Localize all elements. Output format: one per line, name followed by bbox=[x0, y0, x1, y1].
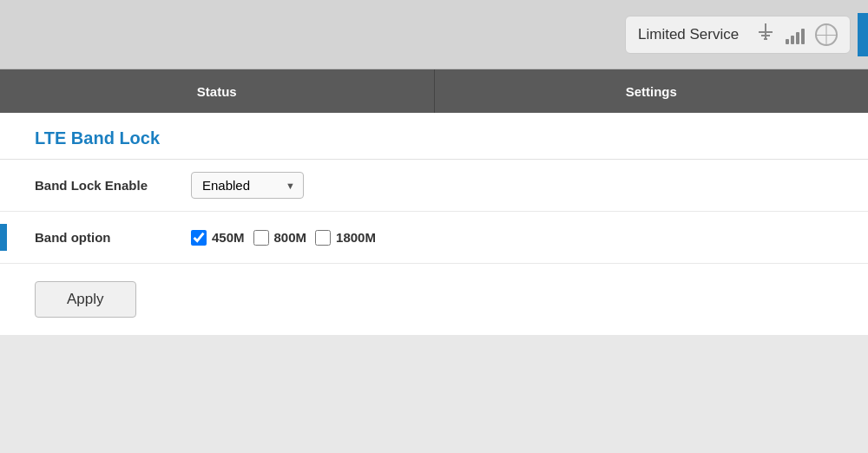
blue-left-bar bbox=[0, 224, 7, 251]
globe-icon bbox=[815, 23, 838, 46]
label-1800m: 1800M bbox=[336, 230, 376, 245]
checkbox-450m-item: 450M bbox=[191, 230, 245, 246]
band-lock-row: Band Lock Enable Enabled Disabled bbox=[0, 160, 868, 212]
top-bar-right: Limited Service bbox=[0, 13, 868, 56]
band-option-row: Band option 450M 800M 1800M bbox=[0, 212, 868, 264]
apply-button[interactable]: Apply bbox=[35, 281, 136, 318]
band-lock-select-wrapper[interactable]: Enabled Disabled bbox=[191, 172, 304, 199]
tab-status[interactable]: Status bbox=[0, 69, 435, 113]
top-bar: Limited Service bbox=[0, 0, 868, 69]
checkbox-group: 450M 800M 1800M bbox=[191, 230, 376, 246]
band-lock-label: Band Lock Enable bbox=[35, 178, 191, 193]
band-option-label: Band option bbox=[35, 230, 191, 245]
band-lock-control: Enabled Disabled bbox=[191, 172, 833, 199]
label-450m: 450M bbox=[212, 230, 245, 245]
apply-row: Apply bbox=[0, 264, 868, 335]
service-pill: Limited Service bbox=[625, 16, 851, 54]
antenna-icon bbox=[756, 23, 775, 46]
band-lock-select[interactable]: Enabled Disabled bbox=[191, 172, 304, 199]
blue-edge bbox=[858, 13, 868, 56]
band-option-checkboxes: 450M 800M 1800M bbox=[191, 230, 833, 246]
label-800m: 800M bbox=[274, 230, 307, 245]
checkbox-800m[interactable] bbox=[253, 230, 269, 246]
signal-bars-icon bbox=[786, 25, 805, 44]
main-content: LTE Band Lock Band Lock Enable Enabled D… bbox=[0, 113, 868, 335]
checkbox-1800m-item: 1800M bbox=[315, 230, 376, 246]
section-title: LTE Band Lock bbox=[0, 113, 868, 160]
tab-settings[interactable]: Settings bbox=[435, 69, 869, 113]
checkbox-1800m[interactable] bbox=[315, 230, 331, 246]
nav-tabs: Status Settings bbox=[0, 69, 868, 113]
service-label: Limited Service bbox=[638, 26, 746, 43]
checkbox-800m-item: 800M bbox=[253, 230, 307, 246]
checkbox-450m[interactable] bbox=[191, 230, 207, 246]
